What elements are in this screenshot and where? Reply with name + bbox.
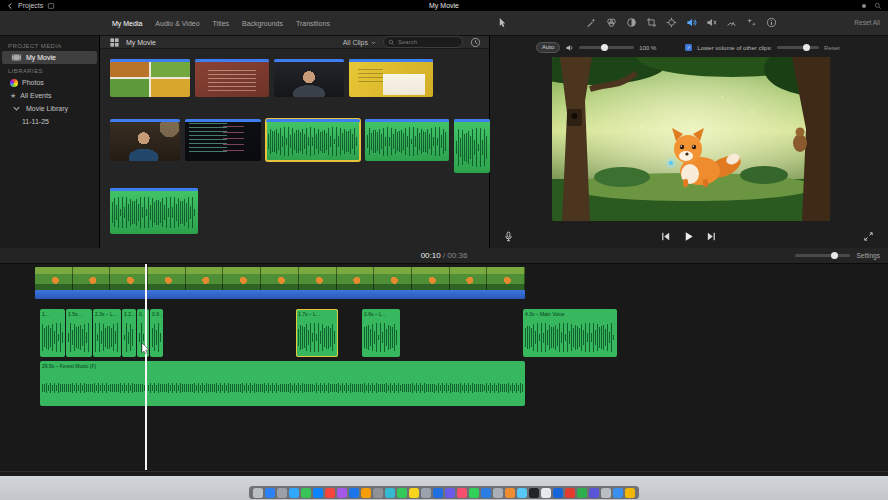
sidebar-item-movie-library[interactable]: Movie Library bbox=[2, 102, 97, 115]
media-thumbnail-slide-red[interactable] bbox=[195, 59, 269, 97]
clip-label: 1.2… bbox=[122, 309, 136, 318]
dock-app-icon[interactable] bbox=[349, 488, 359, 498]
media-thumbnail-fox-grid[interactable] bbox=[110, 59, 190, 97]
dock-app-icon[interactable] bbox=[433, 488, 443, 498]
recent-clock-icon[interactable] bbox=[469, 36, 481, 48]
chevron-left-icon[interactable] bbox=[6, 2, 14, 10]
dock-app-icon[interactable] bbox=[541, 488, 551, 498]
dock-app-icon[interactable] bbox=[493, 488, 503, 498]
dock-app-icon[interactable] bbox=[337, 488, 347, 498]
stabilization-icon[interactable] bbox=[665, 16, 677, 28]
dock-app-icon[interactable] bbox=[577, 488, 587, 498]
dock-app-icon[interactable] bbox=[373, 488, 383, 498]
voice-clip[interactable]: 2.3s – L… bbox=[93, 309, 121, 357]
media-thumbnail-audio[interactable] bbox=[454, 119, 490, 173]
dock-app-icon[interactable] bbox=[517, 488, 527, 498]
dock-app-icon[interactable] bbox=[253, 488, 263, 498]
sidebar-item-11-11-25[interactable]: 11-11-25 bbox=[2, 115, 97, 128]
dock-app-icon[interactable] bbox=[385, 488, 395, 498]
selection-range-bar bbox=[110, 59, 190, 62]
pointer-icon[interactable] bbox=[496, 16, 508, 28]
dock-app-icon[interactable] bbox=[469, 488, 479, 498]
voice-clip-selected[interactable]: 1.7s – L… bbox=[296, 309, 338, 357]
dock-app-icon[interactable] bbox=[529, 488, 539, 498]
menubar-status-icon[interactable] bbox=[860, 2, 868, 10]
previous-button[interactable] bbox=[659, 230, 671, 242]
dock-app-icon[interactable] bbox=[553, 488, 563, 498]
media-thumbnail-audio[interactable] bbox=[110, 188, 198, 234]
dock-app-icon[interactable] bbox=[625, 488, 635, 498]
voice-clip[interactable]: 0.6s – L… bbox=[362, 309, 400, 357]
dock-app-icon[interactable] bbox=[589, 488, 599, 498]
reset-all-button[interactable]: Reset All bbox=[854, 19, 880, 26]
dock-app-icon[interactable] bbox=[565, 488, 575, 498]
play-button[interactable] bbox=[682, 230, 694, 242]
volume-slider[interactable] bbox=[579, 46, 634, 49]
dock-app-icon[interactable] bbox=[289, 488, 299, 498]
dock-app-icon[interactable] bbox=[361, 488, 371, 498]
dock-app-icon[interactable] bbox=[481, 488, 491, 498]
sidebar-item-all-events[interactable]: ★All Events bbox=[2, 89, 97, 102]
media-thumbnail-person-room[interactable] bbox=[110, 119, 180, 161]
effects-icon[interactable] bbox=[745, 16, 757, 28]
color-balance-icon[interactable] bbox=[605, 16, 617, 28]
dock-app-icon[interactable] bbox=[277, 488, 287, 498]
auto-button[interactable]: Auto bbox=[536, 42, 560, 53]
playhead[interactable] bbox=[145, 264, 147, 470]
volume-icon[interactable] bbox=[685, 16, 697, 28]
dock-app-icon[interactable] bbox=[409, 488, 419, 498]
info-icon[interactable] bbox=[765, 16, 777, 28]
sidebar-item-my-movie[interactable]: My Movie bbox=[2, 51, 97, 64]
media-thumbnail-audio[interactable] bbox=[266, 119, 360, 161]
crop-icon[interactable] bbox=[645, 16, 657, 28]
media-thumbnail-slide-yellow[interactable] bbox=[349, 59, 433, 97]
voice-clip[interactable]: 4.3s – Main Voice bbox=[523, 309, 617, 357]
tab-transitions[interactable]: Transitions bbox=[296, 20, 330, 27]
search-field[interactable] bbox=[383, 36, 463, 48]
dock-app-icon[interactable] bbox=[505, 488, 515, 498]
reset-button[interactable]: Reset bbox=[824, 45, 840, 51]
media-thumbnail-person-dark[interactable] bbox=[274, 59, 344, 97]
dock-app-icon[interactable] bbox=[265, 488, 275, 498]
sidebar-item-photos[interactable]: Photos bbox=[2, 76, 97, 89]
media-thumbnail-code-editor[interactable] bbox=[185, 119, 261, 161]
search-input[interactable] bbox=[398, 39, 458, 45]
voice-clip[interactable]: 0.9… bbox=[150, 309, 163, 357]
dock-app-icon[interactable] bbox=[313, 488, 323, 498]
music-clip[interactable]: 29.5s – Forest Music (F) bbox=[40, 361, 525, 406]
voice-clip[interactable]: 1… bbox=[40, 309, 65, 357]
media-thumbnail-audio[interactable] bbox=[365, 119, 449, 161]
tab-my-media[interactable]: My Media bbox=[112, 20, 142, 27]
dock-app-icon[interactable] bbox=[613, 488, 623, 498]
color-correction-icon[interactable] bbox=[625, 16, 637, 28]
dock-app-icon[interactable] bbox=[421, 488, 431, 498]
settings-button[interactable]: Settings bbox=[857, 252, 881, 259]
tab-titles[interactable]: Titles bbox=[213, 20, 229, 27]
clips-filter-dropdown[interactable]: All Clips bbox=[343, 39, 377, 46]
clip-size-slider[interactable] bbox=[795, 254, 850, 257]
lower-volume-checkbox[interactable]: ✓ bbox=[685, 44, 692, 51]
fullscreen-icon[interactable] bbox=[862, 230, 874, 242]
video-clip-filmstrip[interactable] bbox=[35, 267, 525, 290]
voice-clip[interactable]: 1.5s… bbox=[66, 309, 92, 357]
grid-view-icon[interactable] bbox=[108, 36, 120, 48]
dock-app-icon[interactable] bbox=[457, 488, 467, 498]
ducking-slider[interactable] bbox=[777, 46, 819, 49]
speed-icon[interactable] bbox=[725, 16, 737, 28]
next-button[interactable] bbox=[705, 230, 717, 242]
voice-clip[interactable]: 1.2… bbox=[122, 309, 136, 357]
dock-app-icon[interactable] bbox=[325, 488, 335, 498]
video-clip-audio-strip[interactable] bbox=[35, 290, 525, 299]
noise-reduction-icon[interactable] bbox=[705, 16, 717, 28]
dock-app-icon[interactable] bbox=[601, 488, 611, 498]
back-to-projects-button[interactable]: Projects bbox=[18, 2, 43, 9]
dock-app-icon[interactable] bbox=[301, 488, 311, 498]
dock-app-icon[interactable] bbox=[445, 488, 455, 498]
preview-video[interactable] bbox=[552, 57, 830, 221]
menubar-search-icon[interactable] bbox=[874, 2, 882, 10]
wand-icon[interactable] bbox=[585, 16, 597, 28]
tab-audio-video[interactable]: Audio & Video bbox=[155, 20, 199, 27]
dock-app-icon[interactable] bbox=[397, 488, 407, 498]
voiceover-mic-icon[interactable] bbox=[502, 230, 514, 242]
tab-backgrounds[interactable]: Backgrounds bbox=[242, 20, 283, 27]
